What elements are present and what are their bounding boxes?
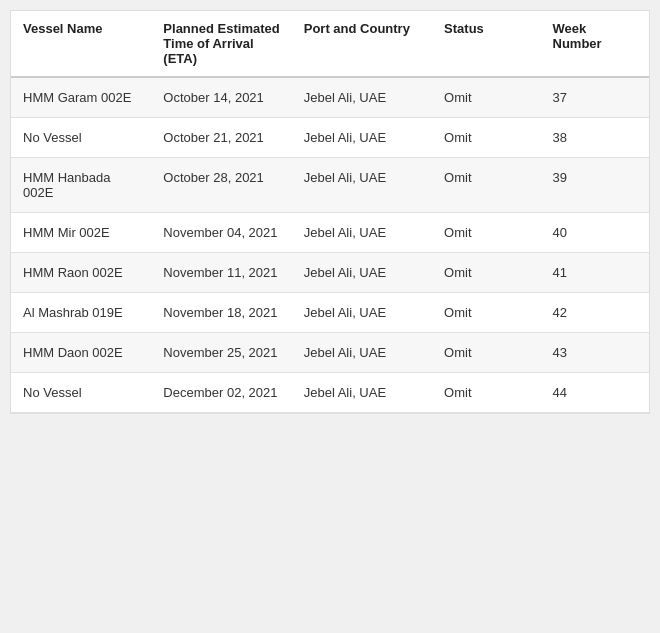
header-port-country: Port and Country (292, 11, 432, 77)
port-country-cell: Jebel Ali, UAE (292, 213, 432, 253)
eta-cell: November 18, 2021 (151, 293, 291, 333)
port-country-cell: Jebel Ali, UAE (292, 253, 432, 293)
status-cell: Omit (432, 293, 540, 333)
vessel-name-cell: HMM Hanbada 002E (11, 158, 151, 213)
port-country-cell: Jebel Ali, UAE (292, 293, 432, 333)
header-eta: Planned Estimated Time of Arrival (ETA) (151, 11, 291, 77)
week-number-cell: 43 (541, 333, 649, 373)
table-row: HMM Garam 002EOctober 14, 2021Jebel Ali,… (11, 77, 649, 118)
status-cell: Omit (432, 333, 540, 373)
table-row: No VesselDecember 02, 2021Jebel Ali, UAE… (11, 373, 649, 413)
status-cell: Omit (432, 253, 540, 293)
vessel-name-cell: HMM Daon 002E (11, 333, 151, 373)
vessel-table-container: Vessel Name Planned Estimated Time of Ar… (10, 10, 650, 414)
week-number-cell: 44 (541, 373, 649, 413)
header-vessel-name: Vessel Name (11, 11, 151, 77)
status-cell: Omit (432, 158, 540, 213)
vessel-name-cell: Al Mashrab 019E (11, 293, 151, 333)
week-number-cell: 37 (541, 77, 649, 118)
table-row: No VesselOctober 21, 2021Jebel Ali, UAEO… (11, 118, 649, 158)
eta-cell: December 02, 2021 (151, 373, 291, 413)
week-number-cell: 38 (541, 118, 649, 158)
eta-cell: November 04, 2021 (151, 213, 291, 253)
vessel-name-cell: HMM Raon 002E (11, 253, 151, 293)
table-row: HMM Mir 002ENovember 04, 2021Jebel Ali, … (11, 213, 649, 253)
week-number-cell: 40 (541, 213, 649, 253)
table-row: HMM Hanbada 002EOctober 28, 2021Jebel Al… (11, 158, 649, 213)
table-row: Al Mashrab 019ENovember 18, 2021Jebel Al… (11, 293, 649, 333)
table-header-row: Vessel Name Planned Estimated Time of Ar… (11, 11, 649, 77)
port-country-cell: Jebel Ali, UAE (292, 158, 432, 213)
table-body: HMM Garam 002EOctober 14, 2021Jebel Ali,… (11, 77, 649, 413)
eta-cell: October 21, 2021 (151, 118, 291, 158)
vessel-table: Vessel Name Planned Estimated Time of Ar… (11, 11, 649, 413)
table-row: HMM Daon 002ENovember 25, 2021Jebel Ali,… (11, 333, 649, 373)
port-country-cell: Jebel Ali, UAE (292, 118, 432, 158)
status-cell: Omit (432, 77, 540, 118)
vessel-name-cell: HMM Garam 002E (11, 77, 151, 118)
status-cell: Omit (432, 118, 540, 158)
week-number-cell: 42 (541, 293, 649, 333)
eta-cell: October 14, 2021 (151, 77, 291, 118)
table-row: HMM Raon 002ENovember 11, 2021Jebel Ali,… (11, 253, 649, 293)
week-number-cell: 41 (541, 253, 649, 293)
vessel-name-cell: HMM Mir 002E (11, 213, 151, 253)
eta-cell: November 11, 2021 (151, 253, 291, 293)
port-country-cell: Jebel Ali, UAE (292, 77, 432, 118)
vessel-name-cell: No Vessel (11, 373, 151, 413)
status-cell: Omit (432, 373, 540, 413)
status-cell: Omit (432, 213, 540, 253)
eta-cell: October 28, 2021 (151, 158, 291, 213)
header-week-number: Week Number (541, 11, 649, 77)
port-country-cell: Jebel Ali, UAE (292, 333, 432, 373)
eta-cell: November 25, 2021 (151, 333, 291, 373)
port-country-cell: Jebel Ali, UAE (292, 373, 432, 413)
header-status: Status (432, 11, 540, 77)
week-number-cell: 39 (541, 158, 649, 213)
vessel-name-cell: No Vessel (11, 118, 151, 158)
